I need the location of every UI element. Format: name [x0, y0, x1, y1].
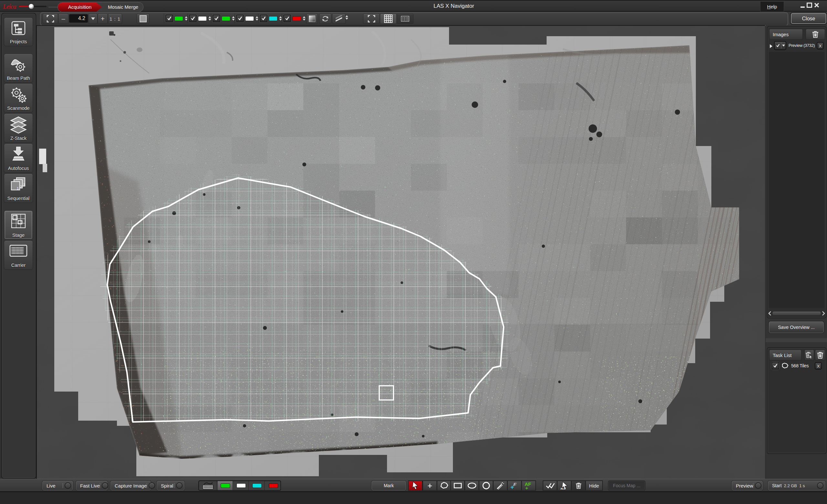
- svg-text:3: 3: [23, 183, 25, 187]
- svg-text:+: +: [525, 485, 528, 490]
- svg-text:ALL: ALL: [561, 487, 566, 490]
- svg-text:1: 1: [17, 187, 19, 190]
- svg-text:+: +: [510, 484, 514, 490]
- svg-text:2: 2: [20, 185, 22, 189]
